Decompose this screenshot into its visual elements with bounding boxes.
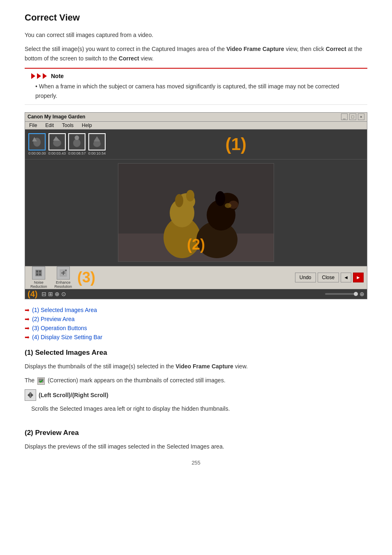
svg-point-24 [215, 191, 225, 206]
grid-icon[interactable]: ⊞ [48, 291, 53, 297]
thumb-img-2 [48, 133, 66, 150]
label-4: (4) [28, 289, 37, 299]
section2-desc: Displays the previews of the still image… [25, 442, 367, 451]
menu-help[interactable]: Help [80, 122, 94, 129]
slider-track[interactable] [325, 293, 358, 295]
thumb-img-1 [28, 133, 46, 150]
note-header: Note [31, 73, 361, 79]
note-list: When a frame in which the subject or cam… [31, 82, 361, 100]
menu-tools[interactable]: Tools [60, 122, 75, 129]
thumb-label-2: 0:00:03.43 [48, 151, 66, 155]
settings-icon[interactable]: ⊙ [61, 291, 66, 297]
thumb-img-3 [68, 133, 85, 150]
thumbnail-4[interactable]: 0:00:10.54 [88, 133, 106, 155]
plus-icon[interactable]: ⊕ [360, 291, 364, 297]
scroll-desc: Scrolls the Selected Images area left or… [25, 404, 367, 413]
section1-desc1: Displays the thumbnails of the still ima… [25, 362, 367, 371]
close-button[interactable]: Close [318, 273, 339, 282]
svg-rect-27 [36, 271, 38, 273]
action-buttons: Undo Close ◄ ► [295, 273, 364, 282]
label-2: (2) [187, 236, 205, 253]
section-title-1: (1) Selected Images Area [25, 349, 367, 357]
page-number: 255 [25, 460, 367, 466]
svg-rect-29 [36, 273, 38, 275]
svg-marker-38 [28, 393, 30, 397]
thumb-img-4 [88, 133, 106, 150]
link-selected-images[interactable]: (1) Selected Images Area [32, 307, 97, 313]
link-preview-area[interactable]: (2) Preview Area [32, 316, 74, 322]
label-3: (3) [77, 269, 95, 286]
intro-paragraph-1: You can correct still images captured fr… [25, 30, 367, 39]
thumbnail-1[interactable]: 0:00:00.00 [28, 133, 46, 155]
maximize-button[interactable]: □ [349, 113, 356, 120]
link-arrow-3: ➡ [25, 325, 30, 331]
noise-reduction-button[interactable]: NoiseReduction [28, 265, 49, 290]
section-title-2: (2) Preview Area [25, 429, 367, 437]
preview-image: (2) [118, 163, 274, 262]
svg-point-25 [225, 203, 231, 208]
thumbnail-strip: 0:00:00.00 0:00:03.43 0:00:0 [25, 130, 367, 159]
undo-button[interactable]: Undo [295, 273, 316, 282]
enhance-resolution-label: EnhanceResolution [55, 280, 72, 289]
menu-edit[interactable]: Edit [44, 122, 55, 129]
svg-point-18 [186, 190, 194, 201]
close-window-button[interactable]: × [358, 113, 364, 120]
scroll-icon-row: (Left Scroll)/(Right Scroll) [25, 389, 367, 401]
menu-file[interactable]: File [28, 122, 39, 129]
svg-rect-40 [30, 392, 31, 398]
status-bar: (4) ⊟ ⊞ ⊕ ⊙ ⊕ [25, 289, 367, 299]
svg-point-8 [75, 136, 79, 140]
svg-rect-14 [118, 164, 274, 234]
thumb-label-3: 0:00:08.57 [68, 151, 86, 155]
link-display-size[interactable]: (4) Display Size Setting Bar [32, 334, 102, 340]
display-size-slider: ⊕ [69, 291, 364, 297]
status-bar-icons: ⊟ ⊞ ⊕ ⊙ [42, 291, 66, 297]
svg-rect-30 [39, 273, 41, 275]
noise-reduction-icon [32, 266, 45, 280]
prev-button[interactable]: ◄ [341, 273, 351, 282]
note-item: When a frame in which the subject or cam… [35, 82, 361, 100]
enhance-resolution-icon [57, 266, 70, 280]
scroll-left-right-icon [25, 389, 36, 401]
slider-thumb[interactable] [354, 292, 358, 296]
link-arrow-1: ➡ [25, 307, 30, 313]
titlebar-buttons: _ □ × [341, 113, 364, 120]
link-item-2: ➡ (2) Preview Area [25, 316, 367, 322]
page-title: Correct View [25, 12, 367, 23]
correction-mark-icon [37, 377, 45, 385]
note-icon [31, 73, 48, 79]
link-item-3: ➡ (3) Operation Buttons [25, 325, 367, 331]
link-operation-buttons[interactable]: (3) Operation Buttons [32, 325, 87, 331]
link-item-4: ➡ (4) Display Size Setting Bar [25, 334, 367, 340]
app-window: Canon My Image Garden _ □ × File Edit To… [25, 112, 367, 299]
scroll-label: (Left Scroll)/(Right Scroll) [39, 392, 108, 398]
app-titlebar: Canon My Image Garden _ □ × [25, 113, 367, 122]
enhance-resolution-button[interactable]: EnhanceResolution [53, 265, 74, 290]
zoom-icon[interactable]: ⊕ [55, 291, 60, 297]
bottom-toolbar: NoiseReduction EnhanceResolution (3) Und… [25, 266, 367, 289]
link-item-1: ➡ (1) Selected Images Area [25, 307, 367, 313]
thumbnail-2[interactable]: 0:00:03.43 [48, 133, 66, 155]
svg-rect-28 [39, 271, 41, 273]
link-arrow-2: ➡ [25, 316, 30, 322]
svg-marker-39 [31, 393, 33, 397]
fit-icon[interactable]: ⊟ [42, 291, 46, 297]
app-title: Canon My Image Garden [28, 114, 85, 120]
thumb-label-4: 0:00:10.54 [88, 151, 106, 155]
label-1: (1) [108, 134, 364, 154]
thumbnail-3[interactable]: 0:00:08.57 [68, 133, 86, 155]
svg-point-19 [175, 194, 183, 207]
next-button[interactable]: ► [353, 273, 364, 282]
noise-reduction-label: NoiseReduction [30, 280, 47, 289]
intro-paragraph-2: Select the still image(s) you want to co… [25, 44, 367, 63]
minimize-button[interactable]: _ [341, 113, 348, 120]
thumb-label-1: 0:00:00.00 [28, 151, 46, 155]
note-box: Note When a frame in which the subject o… [25, 68, 367, 105]
svg-point-7 [73, 139, 81, 147]
section1-desc2: The (Correction) mark appears on the thu… [25, 376, 367, 385]
link-arrow-4: ➡ [25, 334, 30, 340]
preview-area: (2) [25, 159, 367, 266]
links-list: ➡ (1) Selected Images Area ➡ (2) Preview… [25, 307, 367, 340]
app-menubar: File Edit Tools Help [25, 122, 367, 130]
